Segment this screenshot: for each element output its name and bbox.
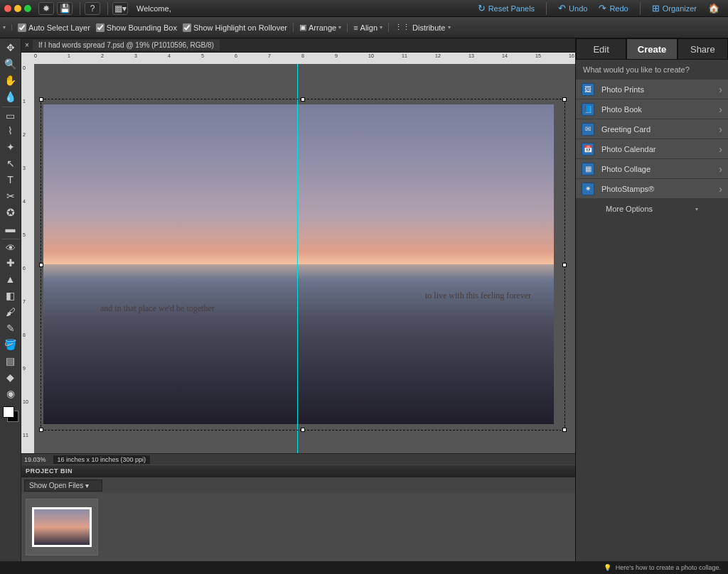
lightbulb-icon: 💡: [604, 564, 611, 571]
project-bin-header[interactable]: PROJECT BIN: [21, 465, 575, 477]
traffic-lights[interactable]: [4, 5, 31, 12]
chevron-right-icon: ›: [719, 124, 722, 135]
handle-tr[interactable]: [562, 97, 567, 102]
create-item-photostamps-[interactable]: ✷PhotoStamps®›: [576, 179, 728, 199]
create-item-greeting-card[interactable]: ✉Greeting Card›: [576, 119, 728, 139]
redo-label: Redo: [609, 4, 628, 13]
layout-icon[interactable]: ▦▾: [112, 2, 128, 15]
handle-tc[interactable]: [301, 97, 305, 102]
bin-filter-dropdown[interactable]: Show Open Files ▾: [24, 480, 102, 492]
tab-share[interactable]: Share: [678, 38, 728, 60]
arrange-dropdown[interactable]: ▣Arrange▾: [293, 23, 341, 32]
toolbox: ✥ 🔍 ✋ 💧 ▭ ⌇ ✦ ↖ T ✂ ✪ ▬ 👁 ✚ ▲ ◧ 🖌 ✎ 🪣 ▤ …: [0, 38, 21, 561]
cookie-tool[interactable]: ✪: [1, 205, 20, 220]
document-tab[interactable]: If I had words spread 7.psd @ 19% (P1010…: [33, 40, 220, 50]
brush-tool[interactable]: 🖌: [1, 304, 20, 320]
straighten-tool[interactable]: ▬: [1, 221, 20, 237]
redeye-tool[interactable]: 👁: [1, 239, 20, 254]
ruler-v-tick: 8: [23, 332, 26, 337]
welcome-label: Welcome,: [136, 4, 171, 13]
handle-bc[interactable]: [301, 428, 305, 432]
healing-tool[interactable]: ✚: [1, 255, 20, 271]
type-tool[interactable]: T: [1, 172, 20, 188]
create-item-photo-book[interactable]: 📘Photo Book›: [576, 99, 728, 119]
zoom-window-icon[interactable]: [24, 5, 31, 12]
bin-thumbnail[interactable]: [26, 499, 98, 556]
bounding-box-checkbox[interactable]: Show Bounding Box: [96, 23, 177, 32]
eyedropper-tool[interactable]: 💧: [1, 89, 20, 104]
save-icon[interactable]: 💾: [57, 2, 73, 15]
create-item-photo-collage[interactable]: ▦Photo Collage›: [576, 159, 728, 179]
create-item-photo-prints[interactable]: 🖼Photo Prints›: [576, 80, 728, 99]
move-tool[interactable]: ✥: [1, 40, 20, 55]
options-menu-icon[interactable]: ▾: [3, 24, 12, 31]
ruler-h-tick: 0: [34, 53, 37, 58]
handle-mr[interactable]: [562, 263, 567, 267]
handle-bl[interactable]: [39, 428, 43, 432]
align-label: Align: [360, 23, 378, 32]
bucket-tool[interactable]: 🪣: [1, 337, 20, 352]
create-item-photo-calendar[interactable]: 📅Photo Calendar›: [576, 139, 728, 159]
foreground-color-swatch[interactable]: [3, 406, 14, 418]
marquee-tool[interactable]: ▭: [1, 107, 20, 122]
document-tab-bar: × If I had words spread 7.psd @ 19% (P10…: [21, 38, 575, 53]
hand-tool[interactable]: ✋: [1, 72, 20, 88]
ruler-v-tick: 1: [23, 99, 26, 104]
footer-bar: 💡 Here's how to create a photo collage.: [0, 561, 728, 574]
close-window-icon[interactable]: [4, 5, 11, 12]
vertical-guide[interactable]: [297, 64, 298, 453]
lasso-tool[interactable]: ⌇: [1, 123, 20, 139]
selection-tool[interactable]: ↖: [1, 156, 20, 171]
ruler-h-tick: 12: [435, 53, 441, 58]
ruler-h-tick: 9: [335, 53, 338, 58]
auto-select-checkbox[interactable]: Auto Select Layer: [18, 23, 90, 32]
ruler-v-tick: 3: [23, 166, 26, 170]
chevron-right-icon: ›: [719, 84, 722, 95]
align-icon: ≡: [353, 23, 358, 32]
ruler-corner: [21, 53, 34, 64]
organizer-button[interactable]: ⊞Organizer: [648, 1, 701, 15]
help-icon[interactable]: ?: [85, 2, 100, 15]
zoom-tool[interactable]: 🔍: [1, 56, 20, 72]
canvas[interactable]: and in that place we'd be together to li…: [34, 64, 575, 453]
shape-tool[interactable]: ◆: [1, 369, 20, 385]
distribute-label: Distribute: [412, 23, 445, 32]
create-item-label: Photo Calendar: [601, 145, 655, 153]
wand-tool[interactable]: ✦: [1, 139, 20, 155]
reset-panels-label: Reset Panels: [488, 4, 535, 13]
create-item-icon: 📘: [582, 103, 594, 116]
ruler-h-tick: 14: [502, 53, 508, 58]
zoom-readout[interactable]: 19.03%: [24, 456, 46, 463]
create-item-icon: ▦: [582, 163, 594, 175]
ruler-h-tick: 10: [368, 53, 374, 58]
chevron-right-icon: ›: [719, 163, 722, 175]
sponge-tool[interactable]: ◉: [1, 386, 20, 401]
organizer-label: Organizer: [663, 4, 697, 13]
redo-button[interactable]: ↷Redo: [594, 1, 632, 15]
eraser-tool[interactable]: ◧: [1, 288, 20, 303]
tab-create[interactable]: Create: [626, 38, 677, 60]
clone-tool[interactable]: ▲: [1, 271, 20, 287]
distribute-dropdown[interactable]: ⋮⋮Distribute▾: [388, 23, 450, 32]
chevron-right-icon: ›: [719, 183, 722, 195]
options-bar: ▾ Auto Select Layer Show Bounding Box Sh…: [0, 17, 728, 38]
handle-tl[interactable]: [39, 97, 43, 102]
close-doc-icon[interactable]: ×: [21, 41, 33, 49]
gradient-tool[interactable]: ▤: [1, 353, 20, 369]
highlight-checkbox[interactable]: Show Highlight on Rollover: [183, 23, 287, 32]
more-options-button[interactable]: More Options▾: [576, 199, 728, 219]
reset-icon: ↻: [478, 3, 486, 13]
align-dropdown[interactable]: ≡Align▾: [347, 23, 382, 32]
tab-edit[interactable]: Edit: [576, 38, 626, 60]
reset-panels-button[interactable]: ↻Reset Panels: [473, 1, 539, 15]
ruler-v-tick: 10: [23, 399, 28, 404]
handle-br[interactable]: [562, 428, 567, 432]
new-file-icon[interactable]: ✸: [38, 2, 54, 15]
home-button[interactable]: 🏠: [704, 1, 724, 15]
minimize-window-icon[interactable]: [14, 5, 21, 12]
undo-button[interactable]: ↶Undo: [554, 1, 592, 15]
color-swatches[interactable]: [3, 406, 18, 422]
photo-layer[interactable]: and in that place we'd be together to li…: [43, 104, 554, 424]
crop-tool[interactable]: ✂: [1, 188, 20, 204]
smart-brush-tool[interactable]: ✎: [1, 320, 20, 336]
